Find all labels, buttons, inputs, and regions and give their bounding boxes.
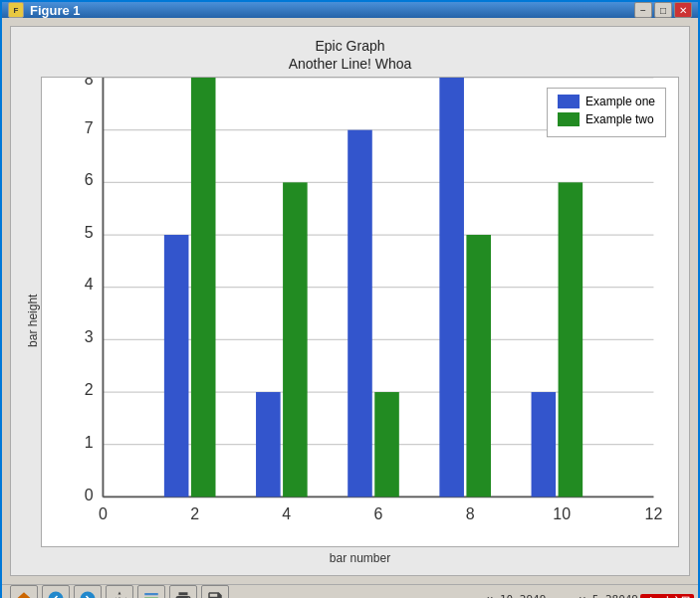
svg-text:5: 5 — [85, 223, 94, 241]
legend-item-1: Example one — [558, 95, 655, 108]
x-coordinate: x=10.2949 — [487, 593, 547, 598]
forward-button[interactable] — [74, 585, 102, 598]
bar-blue-1 — [164, 235, 189, 497]
y-axis-label: bar height — [21, 77, 41, 565]
content-area: Epic Graph Another Line! Whoa bar height — [2, 18, 698, 584]
svg-text:1: 1 — [85, 433, 94, 451]
pan-icon — [111, 590, 128, 598]
forward-icon — [79, 590, 97, 598]
chart-title-line2: Another Line! Whoa — [289, 55, 412, 73]
print-button[interactable] — [169, 585, 197, 598]
svg-text:8: 8 — [466, 504, 475, 522]
svg-text:2: 2 — [190, 504, 199, 522]
window-title: Figure 1 — [30, 3, 628, 18]
bar-green-2 — [283, 183, 308, 498]
svg-rect-29 — [144, 593, 158, 595]
svg-text:7: 7 — [85, 118, 94, 136]
pan-button[interactable] — [106, 585, 133, 598]
chart-area: bar height — [21, 77, 679, 565]
svg-text:6: 6 — [85, 170, 94, 188]
bar-green-4 — [466, 235, 491, 497]
plot-inner: 0 1 2 3 4 5 6 7 8 0 — [41, 77, 679, 547]
minimize-button[interactable]: − — [634, 2, 652, 18]
svg-text:8: 8 — [85, 78, 94, 88]
toolbar: x=10.2949 y=5.28049 php 中文网 — [2, 584, 698, 598]
layers-button[interactable] — [137, 585, 165, 598]
print-icon — [174, 590, 192, 598]
close-button[interactable]: ✕ — [674, 2, 692, 18]
save-button[interactable] — [201, 585, 229, 598]
bar-blue-5 — [532, 392, 557, 497]
back-button[interactable] — [42, 585, 70, 598]
legend-label-1: Example one — [585, 95, 655, 108]
svg-text:0: 0 — [99, 504, 108, 522]
svg-text:4: 4 — [85, 275, 94, 293]
layers-icon — [142, 590, 160, 598]
bar-green-5 — [559, 183, 583, 498]
svg-text:12: 12 — [645, 504, 663, 522]
chart-container: Epic Graph Another Line! Whoa bar height — [10, 26, 690, 576]
svg-text:10: 10 — [553, 504, 571, 522]
legend-item-2: Example two — [558, 112, 655, 126]
home-button[interactable] — [10, 585, 38, 598]
legend: Example one Example two — [547, 88, 666, 137]
save-icon — [206, 590, 224, 598]
bar-blue-4 — [439, 78, 464, 497]
maximize-button[interactable]: □ — [654, 2, 672, 18]
svg-text:3: 3 — [85, 328, 94, 346]
bar-green-1 — [191, 78, 216, 497]
chart-title: Epic Graph Another Line! Whoa — [289, 37, 412, 73]
svg-text:6: 6 — [373, 504, 382, 522]
title-bar: F Figure 1 − □ ✕ — [2, 2, 698, 18]
bar-blue-3 — [348, 130, 372, 498]
plot-area: 0 1 2 3 4 5 6 7 8 0 — [41, 77, 679, 565]
window-icon: F — [8, 2, 24, 18]
legend-color-green — [558, 112, 580, 126]
legend-color-blue — [558, 95, 580, 108]
chart-svg: 0 1 2 3 4 5 6 7 8 0 — [42, 78, 678, 546]
x-axis-label: bar number — [41, 551, 679, 565]
main-window: F Figure 1 − □ ✕ Epic Graph Another Line… — [0, 0, 700, 598]
svg-text:2: 2 — [85, 380, 94, 398]
home-icon — [15, 590, 33, 598]
window-controls: − □ ✕ — [634, 2, 692, 18]
bar-green-3 — [374, 392, 399, 497]
svg-text:4: 4 — [282, 504, 291, 522]
back-icon — [47, 590, 65, 598]
chart-title-line1: Epic Graph — [289, 37, 412, 55]
bar-blue-2 — [256, 392, 281, 497]
php-badge: php 中文网 — [640, 594, 694, 598]
y-coordinate: y=5.28049 — [579, 593, 638, 598]
legend-label-2: Example two — [585, 112, 654, 126]
svg-text:0: 0 — [85, 486, 94, 503]
status-coordinates: x=10.2949 y=5.28049 — [487, 593, 638, 598]
